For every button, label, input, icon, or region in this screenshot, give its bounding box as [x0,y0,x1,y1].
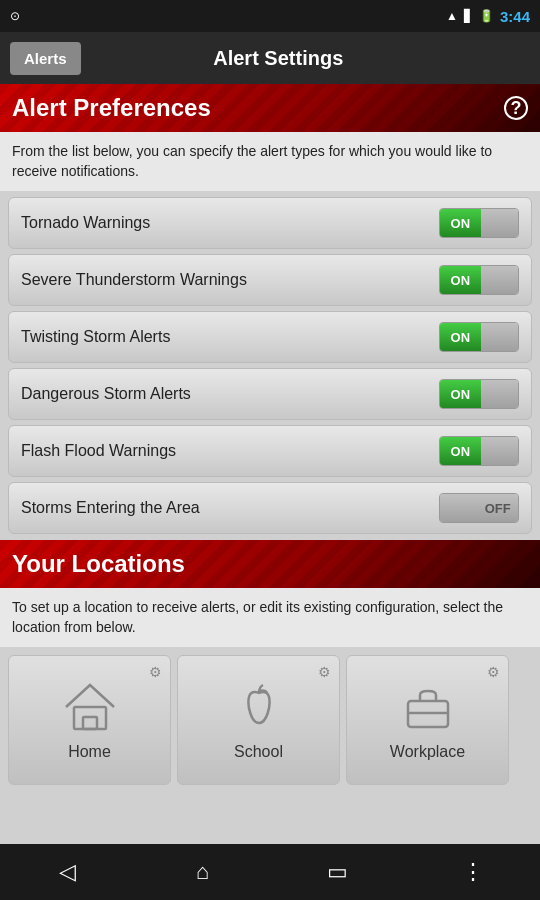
toggle-off-half [481,380,518,408]
school-label: School [234,743,283,761]
your-locations-title: Your Locations [12,550,185,578]
toggle-on-label: ON [440,323,481,351]
school-icon [231,679,287,735]
your-locations-header: Your Locations [0,540,540,588]
bottom-spacer [0,793,540,813]
help-icon[interactable]: ? [504,96,528,120]
signal-icon: ▋ [464,9,473,23]
home-icon [62,679,118,735]
twisting-storm-label: Twisting Storm Alerts [21,328,170,346]
toggle-off-half [481,266,518,294]
page-title: Alert Settings [97,47,460,70]
nav-bar [0,844,540,900]
toggle-off-half [481,437,518,465]
location-card-home[interactable]: ⚙ Home [8,655,171,785]
back-button[interactable] [38,852,98,892]
gear-icon-school: ⚙ [318,664,331,680]
location-card-workplace[interactable]: ⚙ Workplace [346,655,509,785]
dangerous-storm-label: Dangerous Storm Alerts [21,385,191,403]
toggles-container: Tornado Warnings ON Severe Thunderstorm … [0,191,540,540]
toggle-on-label: ON [440,266,481,294]
battery-icon: 🔋 [479,9,494,23]
menu-button[interactable] [443,852,503,892]
thunderstorm-warnings-label: Severe Thunderstorm Warnings [21,271,247,289]
flood-warnings-label: Flash Flood Warnings [21,442,176,460]
title-bar: Alerts Alert Settings [0,32,540,84]
tornado-warnings-label: Tornado Warnings [21,214,150,232]
workplace-icon [400,679,456,735]
recents-button[interactable] [308,852,368,892]
twisting-storm-toggle[interactable]: ON [439,322,519,352]
wifi-icon: ▲ [446,9,458,23]
alert-preferences-header: Alert Preferences ? [0,84,540,132]
flood-warnings-toggle[interactable]: ON [439,436,519,466]
toggle-off-half [481,209,518,237]
location-card-school[interactable]: ⚙ School [177,655,340,785]
toggle-off-label: OFF [477,494,518,522]
status-right: ▲ ▋ 🔋 3:44 [446,8,530,25]
svg-rect-1 [83,717,97,729]
toggle-row-twisting[interactable]: Twisting Storm Alerts ON [8,311,532,363]
toggle-on-label: ON [440,209,481,237]
toggle-row-thunderstorm[interactable]: Severe Thunderstorm Warnings ON [8,254,532,306]
storms-entering-label: Storms Entering the Area [21,499,200,517]
toggle-on-label: ON [440,380,481,408]
toggle-row-entering[interactable]: Storms Entering the Area OFF [8,482,532,534]
dangerous-storm-toggle[interactable]: ON [439,379,519,409]
toggle-on-label: ON [440,437,481,465]
gear-icon-workplace: ⚙ [487,664,500,680]
status-bar: ⊙ ▲ ▋ 🔋 3:44 [0,0,540,32]
status-left: ⊙ [10,9,20,23]
home-nav-button[interactable] [173,852,233,892]
toggle-row-flood[interactable]: Flash Flood Warnings ON [8,425,532,477]
alert-preferences-title: Alert Preferences [12,94,211,122]
gear-icon-home: ⚙ [149,664,162,680]
alert-preferences-description: From the list below, you can specify the… [0,132,540,191]
location-dot-icon: ⊙ [10,9,20,23]
time-display: 3:44 [500,8,530,25]
toggle-on-half [440,494,477,522]
main-scroll-area: Alert Preferences ? From the list below,… [0,84,540,844]
alerts-button[interactable]: Alerts [10,42,81,75]
thunderstorm-warnings-toggle[interactable]: ON [439,265,519,295]
storms-entering-toggle[interactable]: OFF [439,493,519,523]
workplace-label: Workplace [390,743,465,761]
tornado-warnings-toggle[interactable]: ON [439,208,519,238]
locations-grid: ⚙ Home ⚙ School ⚙ [0,647,540,793]
toggle-row-dangerous[interactable]: Dangerous Storm Alerts ON [8,368,532,420]
home-label: Home [68,743,111,761]
locations-description: To set up a location to receive alerts, … [0,588,540,647]
toggle-off-half [481,323,518,351]
toggle-row-tornado[interactable]: Tornado Warnings ON [8,197,532,249]
